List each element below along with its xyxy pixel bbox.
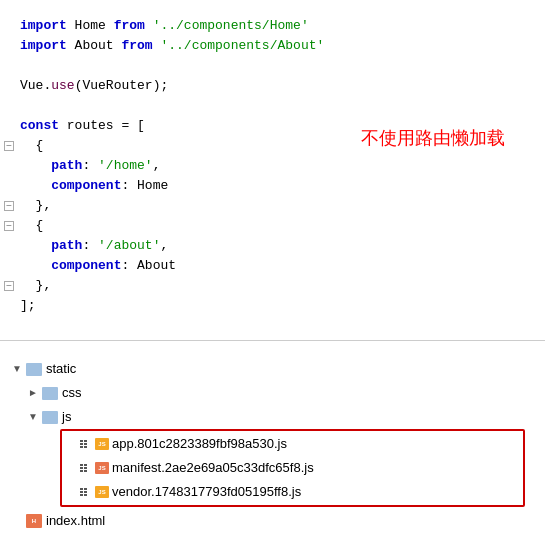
code-line-14: ─ }, xyxy=(0,276,545,296)
tree-item-manifest-js[interactable]: JS manifest.2ae2e69a05c33dfc65f8.js xyxy=(62,456,523,480)
js-badge-vendor: JS xyxy=(95,486,109,498)
code-area: import Home from '../components/Home' im… xyxy=(0,16,545,316)
js-badge-manifest: JS xyxy=(95,462,109,474)
arrow-down-icon xyxy=(12,358,26,380)
code-line-4: Vue.use(VueRouter); xyxy=(0,76,545,96)
code-text xyxy=(20,96,28,116)
code-line-15: ]; xyxy=(0,296,545,316)
annotation-text: 不使用路由懒加载 xyxy=(361,126,505,150)
bracket-icon: ─ xyxy=(4,221,14,231)
tree-item-vendor-js[interactable]: JS vendor.1748317793fd05195ff8.js xyxy=(62,480,523,504)
code-text: import Home from '../components/Home' xyxy=(20,16,309,36)
folder-label-static: static xyxy=(46,358,76,380)
gutter-icon-10: ─ xyxy=(0,196,18,216)
main-container: import Home from '../components/Home' im… xyxy=(0,0,545,546)
code-text: }, xyxy=(20,276,51,296)
bits-icon xyxy=(80,461,94,475)
tree-item-css[interactable]: css xyxy=(12,381,545,405)
folder-label-css: css xyxy=(62,382,82,404)
highlighted-files-box: JS app.801c2823389fbf98a530.js JS manife… xyxy=(60,429,525,507)
file-name-index-html: index.html xyxy=(46,510,105,532)
file-name-vendor-js: vendor.1748317793fd05195ff8.js xyxy=(112,481,301,503)
html-file-icon: H xyxy=(26,514,42,528)
code-text: ]; xyxy=(20,296,36,316)
folder-icon-js xyxy=(42,411,58,424)
code-line-2: import About from '../components/About' xyxy=(0,36,545,56)
tree-item-static[interactable]: static xyxy=(12,357,545,381)
file-name-manifest-js: manifest.2ae2e69a05c33dfc65f8.js xyxy=(112,457,314,479)
gutter-icon-7: ─ xyxy=(0,136,18,156)
code-text: component: About xyxy=(20,256,176,276)
code-line-12: path: '/about', xyxy=(0,236,545,256)
bits-icon xyxy=(80,437,94,451)
tree-item-js[interactable]: js xyxy=(12,405,545,429)
arrow-right-icon xyxy=(28,382,42,404)
code-line-11: ─ { xyxy=(0,216,545,236)
code-line-1: import Home from '../components/Home' xyxy=(0,16,545,36)
bracket-icon: ─ xyxy=(4,201,14,211)
bits-icon xyxy=(80,485,94,499)
code-line-5 xyxy=(0,96,545,116)
code-text: const routes = [ xyxy=(20,116,145,136)
bracket-icon: ─ xyxy=(4,281,14,291)
file-tree: static css js JS xyxy=(0,349,545,541)
code-text: }, xyxy=(20,196,51,216)
code-text: { xyxy=(20,216,43,236)
code-section: import Home from '../components/Home' im… xyxy=(0,0,545,332)
code-line-13: component: About xyxy=(0,256,545,276)
code-line-9: component: Home xyxy=(0,176,545,196)
folder-icon-css xyxy=(42,387,58,400)
code-text: Vue.use(VueRouter); xyxy=(20,76,168,96)
js-badge-app: JS xyxy=(95,438,109,450)
code-text: path: '/about', xyxy=(20,236,168,256)
section-divider xyxy=(0,340,545,341)
code-text: { xyxy=(20,136,43,156)
gutter-icon-11: ─ xyxy=(0,216,18,236)
arrow-down-icon-js xyxy=(28,406,42,428)
folder-label-js: js xyxy=(62,406,71,428)
code-text: path: '/home', xyxy=(20,156,160,176)
bracket-icon: ─ xyxy=(4,141,14,151)
folder-icon-static xyxy=(26,363,42,376)
file-name-app-js: app.801c2823389fbf98a530.js xyxy=(112,433,287,455)
gutter-icon-14: ─ xyxy=(0,276,18,296)
tree-item-index-html[interactable]: H index.html xyxy=(12,509,545,533)
code-text: import About from '../components/About' xyxy=(20,36,324,56)
tree-item-app-js[interactable]: JS app.801c2823389fbf98a530.js xyxy=(62,432,523,456)
code-line-10: ─ }, xyxy=(0,196,545,216)
code-text: component: Home xyxy=(20,176,168,196)
code-line-3 xyxy=(0,56,545,76)
code-line-8: path: '/home', xyxy=(0,156,545,176)
code-text xyxy=(20,56,28,76)
